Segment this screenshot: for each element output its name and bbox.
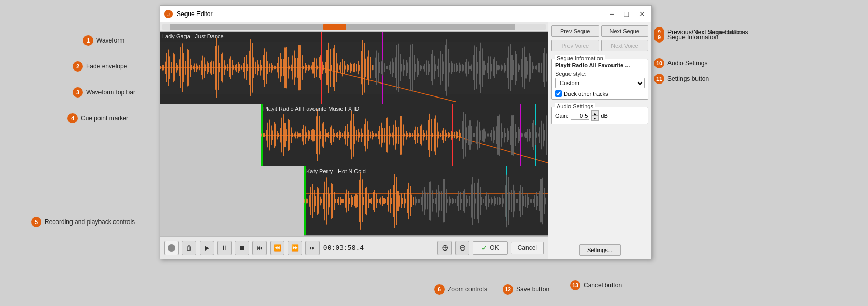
waveform-canvas-3 <box>304 166 548 235</box>
segue-track-name: Playit Radio All Favourite ... <box>555 62 645 68</box>
settings-button[interactable]: Settings... <box>579 244 621 256</box>
maximize-button[interactable]: □ <box>622 10 631 18</box>
time-display: 00:03:58.4 <box>323 244 364 252</box>
track-1-label: Lady Gaga - Just Dance <box>162 33 224 39</box>
gain-label: Gain: <box>555 113 568 119</box>
waveform-area: Lady Gaga - Just Dance // This will be d… <box>160 22 548 259</box>
segue-nav-row-2: Prev Voice Next Voice <box>551 40 648 51</box>
rewind-button[interactable]: ⏮ <box>252 241 267 255</box>
ann-bubble-3: 3 <box>73 87 83 98</box>
ann-bubble-13: 13 <box>570 280 580 290</box>
minimize-button[interactable]: − <box>607 10 616 18</box>
fast-forward-button[interactable]: ⏭ <box>305 241 320 255</box>
tracks-container: Lady Gaga - Just Dance // This will be d… <box>160 32 548 236</box>
ann-playback: 5 Recording and playback controls <box>31 217 135 227</box>
track-1: Lady Gaga - Just Dance // This will be d… <box>160 32 548 104</box>
window-title: Segue Editor <box>177 10 212 18</box>
duck-tracks-row: Duck other tracks <box>555 90 645 97</box>
segue-nav-row-1: Prev Segue Next Segue <box>551 25 648 37</box>
cancel-button[interactable]: Cancel <box>511 242 544 254</box>
segue-info-group: Segue Information Playit Radio All Favou… <box>551 59 648 100</box>
gain-spinners: ▲ ▼ <box>591 110 599 121</box>
ann-segue-info: 9 Segue Information <box>654 32 718 43</box>
close-button[interactable]: ✕ <box>637 10 647 18</box>
play-button[interactable]: ▶ <box>200 241 214 255</box>
ann-bubble-12: 12 <box>503 284 513 295</box>
prev-voice-button[interactable]: Prev Voice <box>551 40 599 51</box>
zoom-out-button[interactable]: ⊖ <box>455 241 469 255</box>
duck-label: Duck other tracks <box>564 91 608 97</box>
ann-bubble-4: 4 <box>67 113 78 123</box>
pause-button[interactable]: ⏸ <box>217 241 232 255</box>
ann-save: 12 Save button <box>503 284 549 295</box>
scrollbar-track <box>162 24 546 30</box>
waveform-canvas-2 <box>261 104 548 166</box>
waveform-scrollbar[interactable] <box>160 22 548 32</box>
ann-zoom: 6 Zoom controls <box>434 284 487 295</box>
editor-body: Lady Gaga - Just Dance // This will be d… <box>160 22 651 259</box>
next-frame-button[interactable]: ⏩ <box>288 241 302 255</box>
ann-bubble-11: 11 <box>654 74 664 84</box>
right-panel: Prev Segue Next Segue Prev Voice Next Vo… <box>548 22 651 259</box>
ann-bubble-6: 6 <box>434 284 445 295</box>
delete-button[interactable]: 🗑 <box>182 241 196 255</box>
gain-row: Gain: ▲ ▼ dB <box>555 110 645 121</box>
scrollbar-position-marker <box>323 24 346 30</box>
ann-audio-settings: 10 Audio Settings <box>654 58 707 68</box>
ann-bubble-2: 2 <box>73 61 83 72</box>
ann-waveform-topbar: 3 Waveform top bar <box>73 87 135 98</box>
title-bar-left: ♫ Segue Editor <box>164 10 212 18</box>
record-button[interactable] <box>164 241 179 255</box>
next-segue-button[interactable]: Next Segue <box>601 25 649 37</box>
title-bar: ♫ Segue Editor − □ ✕ <box>160 6 651 22</box>
gain-up-button[interactable]: ▲ <box>591 110 599 116</box>
spacer <box>551 128 648 241</box>
record-dot <box>168 244 175 252</box>
title-bar-controls: − □ ✕ <box>607 10 647 18</box>
audio-settings-legend: Audio Settings <box>555 103 595 109</box>
segue-style-select[interactable]: Custom Standard Hard Cut Fade <box>555 78 645 88</box>
audio-settings-group: Audio Settings Gain: ▲ ▼ dB <box>551 107 648 124</box>
segue-style-label: Segue style: <box>555 71 645 77</box>
waveform-canvas-1 <box>160 32 548 104</box>
gain-unit: dB <box>601 113 607 119</box>
gain-input[interactable] <box>571 112 589 120</box>
track-3: Katy Perry - Hot N Cold <box>304 166 548 236</box>
stop-button[interactable]: ⏹ <box>235 241 249 255</box>
ann-settings-btn: 11 Settings button <box>654 74 709 84</box>
ann-fade-envelope: 2 Fade envelope <box>73 61 127 72</box>
ann-cancel: 13 Cancel button <box>570 280 622 290</box>
prev-frame-button[interactable]: ⏪ <box>270 241 284 255</box>
track-2: Playit Radio All Favourite Music FX ID <box>261 104 548 166</box>
ann-cue-marker: 4 Cue point marker <box>67 113 129 123</box>
duck-checkbox[interactable] <box>555 90 562 97</box>
ok-button[interactable]: ✓ OK <box>473 241 507 255</box>
ann-waveform: 1 Waveform <box>83 35 124 46</box>
zoom-in-button[interactable]: ⊕ <box>437 241 452 255</box>
ann-bubble-1: 1 <box>83 35 93 46</box>
transport-controls: 🗑 ▶ ⏸ ⏹ ⏮ ⏪ ⏩ ⏭ 00:03:58.4 ⊕ ⊖ ✓ OK Canc… <box>160 236 548 259</box>
app-icon: ♫ <box>164 10 173 18</box>
segue-info-legend: Segue Information <box>555 55 605 61</box>
ann-bubble-5: 5 <box>31 217 41 227</box>
track-2-label: Playit Radio All Favourite Music FX ID <box>263 106 359 112</box>
track-3-label: Katy Perry - Hot N Cold <box>306 168 366 174</box>
prev-segue-button[interactable]: Prev Segue <box>551 25 599 37</box>
gain-down-button[interactable]: ▼ <box>591 116 599 121</box>
editor-window: ♫ Segue Editor − □ ✕ Lady Gaga - Just <box>160 5 652 259</box>
ann-bubble-10: 10 <box>654 58 664 68</box>
next-voice-button[interactable]: Next Voice <box>601 40 649 51</box>
check-icon: ✓ <box>481 244 488 252</box>
ann-bubble-9: 9 <box>654 32 664 43</box>
